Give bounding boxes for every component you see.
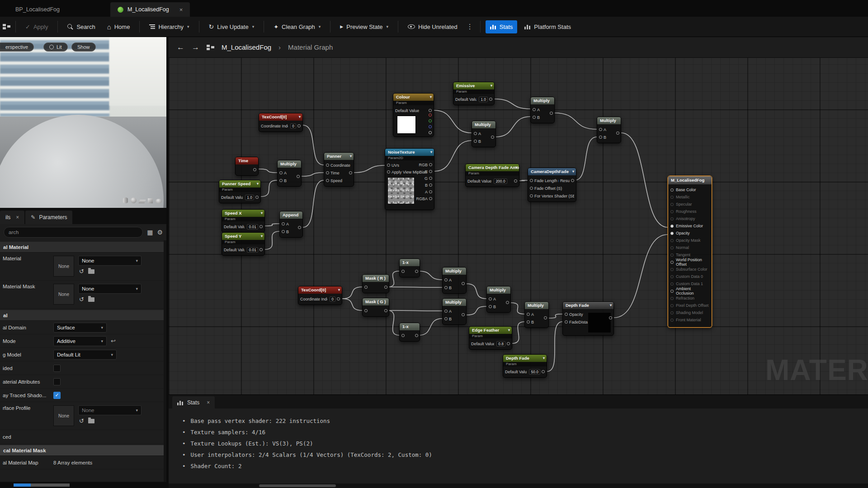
clean-graph-button[interactable]: ✦ Clean Graph ▾ (269, 20, 325, 33)
collapse-caret-icon[interactable]: ▾ (257, 180, 259, 188)
graph-node-texcoord-1[interactable]: TexCoord[0]▾Coordinate Index0 (259, 113, 303, 132)
graph-node-multiply-1[interactable]: MultiplyAB (277, 160, 302, 187)
collapse-caret-icon[interactable]: ▾ (572, 168, 574, 175)
pin-icon[interactable] (444, 310, 448, 313)
result-pin[interactable]: Roughness (668, 208, 712, 215)
pin-icon[interactable] (527, 313, 530, 316)
pin-icon[interactable] (544, 316, 547, 319)
result-pin[interactable]: Emissive Color (668, 222, 712, 230)
asset-thumbnail[interactable]: None (53, 284, 74, 305)
pin-icon[interactable] (527, 320, 530, 324)
lit-mode-button[interactable]: Lit (43, 42, 68, 52)
pin-icon[interactable] (253, 168, 256, 171)
forward-arrow-icon[interactable]: → (192, 43, 199, 52)
default-value-box[interactable]: 200.0 (494, 178, 507, 184)
browse-icon[interactable] (88, 419, 94, 423)
platform-stats-button[interactable]: Platform Stats (520, 20, 576, 33)
graph-node-noise-texture[interactable]: NoiseTexture▾Param2DUVsApply View MipBia… (385, 148, 434, 210)
scrollbar-thumb-accent[interactable] (14, 483, 31, 487)
close-icon[interactable]: × (16, 214, 19, 221)
result-pin[interactable]: Shading Model (668, 309, 712, 316)
property-dropdown[interactable]: Surface▾ (53, 323, 107, 333)
overflow-menu-icon[interactable]: ⋮ (465, 23, 475, 31)
pin-icon[interactable] (670, 253, 674, 257)
graph-node-append[interactable]: AppendAB (279, 211, 303, 238)
result-pin[interactable]: Specular (668, 201, 712, 208)
tab-details[interactable]: ils × (0, 211, 24, 224)
cylinder-shape-icon[interactable] (123, 197, 128, 203)
pin-icon[interactable] (444, 286, 448, 289)
graph-node-edge-feather[interactable]: Edge Feather▾ParamDefault Value0.8 (469, 326, 512, 350)
apply-button[interactable]: ✓ Apply (21, 20, 52, 33)
teapot-shape-icon[interactable] (156, 199, 162, 203)
pin-icon[interactable] (255, 196, 259, 199)
pin-icon[interactable] (259, 248, 263, 251)
checkbox[interactable]: ✓ (53, 392, 61, 399)
perspective-button[interactable]: erspective (0, 42, 34, 52)
tab-bp-localisedfog[interactable]: BP_LocalisedFog (8, 2, 67, 17)
pin-icon[interactable] (670, 246, 674, 249)
pin-icon[interactable] (670, 282, 674, 286)
view-options-grid-icon[interactable]: ▦ (147, 229, 153, 236)
graph-node-camera-depth-fade[interactable]: CameraDepthFade▾Fade Length (S)ResultFad… (528, 168, 576, 202)
cube-shape-icon[interactable] (148, 198, 153, 203)
graph-node-time[interactable]: Time (235, 157, 259, 176)
asset-editor-icon[interactable] (3, 23, 10, 30)
pin-icon[interactable] (506, 301, 509, 304)
pin-icon[interactable] (616, 131, 619, 135)
pin-icon[interactable] (670, 210, 674, 213)
sphere-shape-icon[interactable] (131, 197, 137, 203)
pin-icon[interactable] (298, 226, 301, 229)
category-header[interactable]: cal Material Mask (0, 445, 164, 456)
asset-thumbnail[interactable]: None (53, 256, 74, 277)
pin-icon[interactable] (514, 179, 517, 183)
graph-node-multiply-7[interactable]: MultiplyAB (486, 286, 511, 313)
graph-node-mask-r[interactable]: Mask ( R ) (362, 274, 389, 293)
default-value-box[interactable]: 0.01 (247, 224, 258, 230)
collapse-caret-icon[interactable]: ▾ (261, 210, 263, 217)
graph-node-mask-g[interactable]: Mask ( G ) (362, 298, 389, 317)
pin-icon[interactable] (670, 311, 674, 314)
hide-unrelated-button[interactable]: Hide Unrelated (403, 20, 462, 33)
graph-node-emissive[interactable]: Emissive▾ParamDefault Value1.0 (453, 82, 495, 105)
pin-icon[interactable] (429, 113, 432, 117)
asset-thumbnail[interactable]: None (53, 405, 74, 426)
default-value-box[interactable]: 50.0 (529, 369, 540, 375)
pin-icon[interactable] (429, 183, 432, 187)
breadcrumb-asset[interactable]: M_LocalisedFog (222, 43, 271, 51)
material-preview-viewport[interactable]: erspective Lit Show (0, 37, 166, 208)
graph-node-multiply-8[interactable]: MultiplyAB (524, 301, 549, 328)
result-pin[interactable]: Ambient Occlusion (668, 287, 712, 295)
use-selected-icon[interactable]: ↺ (79, 268, 84, 275)
pin-icon[interactable] (670, 268, 674, 271)
pin-icon[interactable] (326, 179, 329, 182)
close-icon[interactable]: × (207, 399, 210, 406)
asset-dropdown[interactable]: None▾ (78, 256, 142, 266)
pin-icon[interactable] (259, 225, 263, 228)
graph-node-multiply-5[interactable]: MultiplyAB (442, 267, 467, 294)
graph-node-depth-fade[interactable]: Depth Fade▾OpacityFadeDistance (562, 301, 614, 336)
pin-icon[interactable] (489, 98, 492, 101)
pin-icon[interactable] (670, 275, 674, 278)
pin-icon[interactable] (599, 136, 602, 139)
pin-icon[interactable] (670, 217, 674, 221)
collapse-caret-icon[interactable]: ▾ (515, 164, 517, 171)
default-value-box[interactable]: 0 (330, 296, 335, 302)
collapse-caret-icon[interactable]: ▾ (430, 94, 432, 101)
pin-icon[interactable] (533, 108, 536, 111)
pin-icon[interactable] (429, 163, 432, 166)
pin-icon[interactable] (429, 197, 432, 200)
stats-horizontal-scrollbar[interactable] (169, 483, 868, 488)
close-tab-icon[interactable]: × (179, 6, 183, 13)
pin-icon[interactable] (670, 319, 674, 322)
home-button[interactable]: ⌂ Home (103, 20, 135, 34)
pin-icon[interactable] (415, 270, 418, 273)
show-menu-button[interactable]: Show (71, 42, 96, 52)
asset-dropdown[interactable]: None▾ (78, 405, 142, 415)
result-pin[interactable]: Metallic (668, 193, 712, 201)
pin-icon[interactable] (565, 320, 568, 324)
pin-icon[interactable] (670, 225, 674, 228)
graph-node-one-minus-1[interactable]: 1-x (399, 258, 420, 277)
collapse-caret-icon[interactable]: ▾ (430, 149, 432, 156)
graph-node-cdf-amount[interactable]: Camera Depth Fade Amount▾ParamDefault Va… (465, 164, 519, 187)
